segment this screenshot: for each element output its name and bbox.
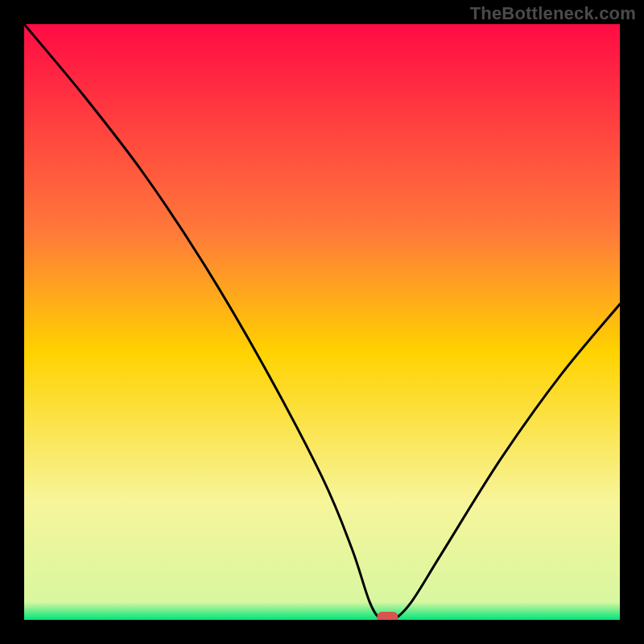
attribution-text: TheBottleneck.com [470, 3, 636, 24]
plot-area [24, 24, 620, 620]
gradient-background [24, 24, 620, 620]
bottleneck-chart [24, 24, 620, 620]
chart-frame: TheBottleneck.com [0, 0, 644, 644]
optimal-marker [377, 612, 398, 620]
